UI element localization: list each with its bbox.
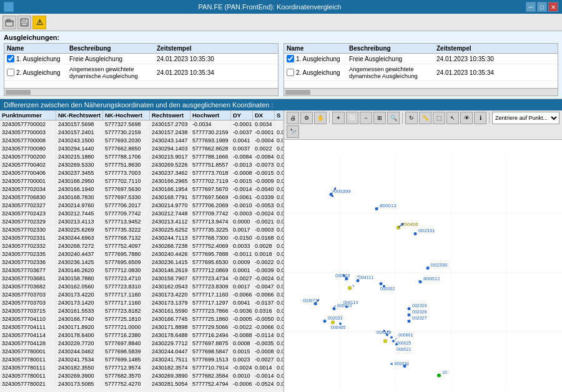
svg-text:004138: 004138 (377, 330, 391, 335)
center-on-point-select[interactable]: Zentriere auf Punkt... (492, 112, 560, 124)
rotate-button[interactable]: ↻ (405, 112, 418, 124)
svg-text:000465: 000465 (331, 325, 345, 330)
zoom-out-button[interactable]: − (360, 112, 372, 124)
table-row[interactable]: 324305777036822430162.05605777723.831024… (0, 283, 283, 291)
table-row[interactable]: 324305777036812430158.78805777723.471024… (0, 275, 283, 283)
table-row[interactable]: 324305777068302430168.78305777697.533024… (0, 194, 283, 202)
window-controls: ─ □ ✕ (526, 2, 558, 12)
svg-text:002331: 002331 (418, 228, 435, 233)
th-dx: DX (253, 110, 275, 120)
table-row[interactable]: 324305777800112430269.39005777682.357024… (0, 372, 283, 380)
table-row[interactable]: 324305777004062430237.34555777773.700324… (0, 169, 283, 177)
ausgleichungen-left-scroll: 1. Ausgleichung Freie Ausgleichung 24.01… (4, 54, 278, 88)
svg-point-65 (390, 336, 393, 339)
content-split: Punktnummer NK-Rechtswert NK-Hochwert Re… (0, 110, 562, 392)
table-row[interactable]: 324305777037032430173.14205777717.116024… (0, 299, 283, 307)
svg-point-51 (323, 320, 327, 323)
table-row[interactable]: 324305777000032430157.24015777730.215924… (0, 129, 283, 137)
svg-point-46 (348, 287, 352, 290)
window-title: PAN.FE (PAN.FrontEnd): Koordinatenvergle… (14, 3, 526, 11)
th-dy: DY (231, 110, 253, 120)
svg-point-29 (375, 207, 378, 210)
zoom-in-button[interactable]: + (332, 112, 345, 124)
table-row[interactable]: 324305777801112430182.35505777712.957424… (0, 364, 283, 372)
svg-text:002327: 002327 (412, 316, 426, 320)
table-row[interactable]: 324305777023292430213.41135777713.945224… (0, 218, 283, 226)
ausgleich-left-check-1[interactable]: 1. Ausgleichung (7, 55, 69, 62)
binoculars-button[interactable]: 🔭 (287, 125, 299, 138)
th-punktnummer: Punktnummer (0, 110, 56, 120)
table-row[interactable]: 324305777023362430236.14255777695.650924… (0, 258, 283, 267)
table-row[interactable]: 324305777023322430268.72725777752.409724… (0, 242, 283, 250)
table-row[interactable]: 324305777041102430166.77405777725.181024… (0, 315, 283, 323)
table-row[interactable]: 324305777020342430166.19405777697.563024… (0, 185, 283, 194)
col-beschreibung-r: Beschreibung (349, 45, 436, 52)
ausgleich-left-scrollbar[interactable] (4, 88, 278, 96)
table-row[interactable]: 324305777037152430161.55335777723.818224… (0, 307, 283, 315)
table-row[interactable]: 324305777000802430294.14405777662.865024… (0, 145, 283, 153)
table-row[interactable]: 324305777023302430225.62695777735.322224… (0, 226, 283, 234)
hand-button[interactable]: ✋ (314, 112, 327, 124)
table-row[interactable]: 324305777800212430173.50855777752.427024… (0, 380, 283, 388)
warning-button[interactable]: ⚠ (32, 16, 46, 29)
svg-text:002329: 002329 (412, 303, 426, 308)
ausgleich-right-check-2[interactable]: 2. Ausgleichung (287, 69, 349, 76)
table-row[interactable]: 324305777024232430212.74455777709.774224… (0, 210, 283, 218)
table-row[interactable]: 324305777041282430229.77205777697.884024… (0, 340, 283, 348)
ausgleich-right-check-1[interactable]: 1. Ausgleichung (287, 55, 349, 62)
zoom-search-button[interactable]: 🔍 (387, 112, 400, 124)
col-name: Name (7, 45, 69, 52)
table-header: Punktnummer NK-Rechtswert NK-Hochwert Re… (0, 110, 283, 120)
zoom-rect-button[interactable]: ⬜ (346, 112, 358, 124)
table-row[interactable]: 324305777800012430244.04625777698.583924… (0, 348, 283, 356)
svg-point-75 (437, 374, 441, 378)
table-row[interactable]: 324305777023312430244.69635777768.713224… (0, 234, 283, 242)
svg-point-72 (383, 340, 387, 343)
table-row[interactable]: 324305777000082430243.15005777693.203024… (0, 137, 283, 145)
measure-button[interactable]: 📏 (419, 112, 431, 124)
ausgleich-right-scrollbar-thumb[interactable] (285, 90, 310, 95)
table-row[interactable]: 324305777004022430269.53305777751.863024… (0, 161, 283, 169)
svg-text:800012: 800012 (423, 276, 440, 282)
svg-text:002033: 002033 (328, 316, 342, 320)
pointer-button[interactable]: ↖ (446, 112, 459, 124)
separator-2 (402, 112, 403, 124)
svg-point-49 (333, 307, 336, 310)
svg-point-35 (426, 267, 430, 270)
svg-rect-3 (22, 19, 26, 21)
table-row[interactable]: 324305777000022430157.56985777327.569824… (0, 120, 283, 129)
eye-button[interactable]: 👁 (460, 112, 473, 124)
svg-text:002328: 002328 (412, 310, 426, 314)
table-row[interactable]: 324305777036772430146.26205777712.083024… (0, 267, 283, 275)
svg-point-60 (408, 313, 411, 316)
close-button[interactable]: ✕ (548, 2, 558, 12)
maximize-button[interactable]: □ (537, 2, 547, 12)
table-row[interactable]: 324305777002002430215.18805777788.170624… (0, 153, 283, 161)
open-button[interactable] (2, 16, 16, 29)
table-body[interactable]: 324305777000022430157.56985777327.569824… (0, 120, 283, 392)
minimize-button[interactable]: ─ (526, 2, 536, 12)
ausgleichungen-container: Name Beschreibung Zeitstempel 1. Ausglei… (4, 43, 558, 96)
print-button[interactable]: 🖨 (287, 112, 299, 124)
settings-button[interactable]: ⚙ (300, 112, 313, 124)
svg-text:000801: 000801 (398, 333, 413, 337)
save-button[interactable] (17, 16, 31, 29)
svg-point-56 (345, 306, 348, 308)
ausgleich-right-scrollbar[interactable] (284, 88, 558, 96)
info-button[interactable]: ℹ (474, 112, 486, 124)
ausgleichungen-title: Ausgleichungen: (4, 34, 558, 41)
svg-text:004111: 004111 (359, 275, 373, 280)
table-row[interactable]: 324305777023272430214.97605777706.201724… (0, 202, 283, 210)
table-row[interactable]: 324305777041112430171.89205777721.000024… (0, 323, 283, 331)
ausgleich-left-check-2[interactable]: 2. Ausgleichung (7, 69, 69, 76)
select-button[interactable]: ⬚ (433, 112, 445, 124)
table-row[interactable]: 324305777000012430166.29505777702.711024… (0, 177, 283, 185)
table-row[interactable]: 324305777023352430240.44375777695.788024… (0, 250, 283, 258)
table-row[interactable]: 324305777037032430173.42205777717.116024… (0, 291, 283, 299)
table-row[interactable]: 324305777800112430241.75345777699.148524… (0, 356, 283, 364)
svg-text:003677: 003677 (303, 298, 317, 303)
ausgleich-left-scrollbar-thumb[interactable] (6, 90, 31, 95)
zoom-fit-button[interactable]: ⊞ (373, 112, 386, 124)
table-row[interactable]: 324305777041142430178.64005777716.238024… (0, 331, 283, 340)
svg-text:004114: 004114 (343, 300, 358, 305)
